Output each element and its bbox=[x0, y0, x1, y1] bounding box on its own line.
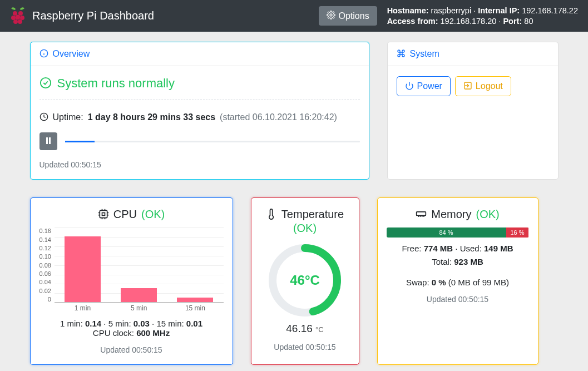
memory-swap: Swap: 0 % (0 MB of 99 MB) bbox=[387, 278, 529, 287]
svg-point-3 bbox=[16, 14, 21, 19]
svg-point-4 bbox=[20, 16, 24, 20]
options-label: Options bbox=[339, 11, 369, 21]
svg-rect-13 bbox=[46, 137, 48, 144]
svg-point-0 bbox=[13, 11, 17, 16]
pause-icon bbox=[46, 137, 51, 146]
svg-rect-18 bbox=[100, 210, 107, 217]
svg-rect-30 bbox=[417, 211, 426, 215]
memory-stats: Free: 774 MB · Used: 149 MB Total: 923 M… bbox=[387, 242, 529, 269]
pause-button[interactable] bbox=[39, 132, 57, 150]
power-button[interactable]: Power bbox=[397, 76, 451, 96]
system-header: System bbox=[388, 42, 558, 66]
thermometer-icon bbox=[266, 208, 277, 221]
network-info: Hostname: raspberrypi · Internal IP: 192… bbox=[387, 6, 578, 27]
memory-usage-bar: 84 % 16 % bbox=[387, 227, 529, 238]
logout-button[interactable]: Logout bbox=[455, 76, 511, 96]
logout-icon bbox=[463, 81, 472, 91]
status-line: System runs normally bbox=[39, 76, 360, 91]
svg-point-7 bbox=[330, 14, 332, 16]
check-icon bbox=[39, 76, 52, 91]
raspberry-logo-icon bbox=[10, 7, 26, 26]
overview-card: Overview System runs normally Uptime: 1 … bbox=[30, 42, 369, 180]
svg-point-1 bbox=[18, 11, 23, 16]
cpu-title: CPU (OK) bbox=[39, 208, 224, 221]
svg-point-5 bbox=[13, 19, 18, 24]
svg-point-6 bbox=[18, 19, 22, 24]
temperature-gauge: 46°C bbox=[266, 241, 344, 319]
overview-header: Overview bbox=[31, 42, 369, 66]
refresh-progress bbox=[65, 141, 360, 142]
svg-point-2 bbox=[11, 16, 16, 20]
navbar: Raspberry Pi Dashboard Options Hostname:… bbox=[0, 0, 588, 32]
memory-title: Memory (OK) bbox=[387, 208, 529, 221]
options-button[interactable]: Options bbox=[319, 6, 377, 25]
command-icon bbox=[397, 49, 406, 59]
memory-updated: Updated 00:50:15 bbox=[387, 295, 529, 304]
cpu-card: CPU (OK) 0.160.140.120.100.080.060.040.0… bbox=[30, 197, 233, 365]
cpu-load-stats: 1 min: 0.14 · 5 min: 0.03 · 15 min: 0.01… bbox=[39, 319, 224, 338]
system-card: System Power Logout bbox=[387, 42, 559, 180]
overview-updated: Updated 00:50:15 bbox=[39, 160, 360, 169]
memory-icon bbox=[416, 208, 427, 221]
svg-point-11 bbox=[40, 78, 50, 88]
temperature-updated: Updated 00:50:15 bbox=[260, 343, 350, 352]
cpu-icon bbox=[98, 208, 109, 221]
cpu-load-chart: 0.160.140.120.100.080.060.040.020 1 min5… bbox=[39, 227, 224, 316]
temperature-card: Temperature (OK) 46°C 46.16 °C bbox=[251, 197, 359, 365]
info-icon bbox=[39, 49, 48, 59]
brand-title: Raspberry Pi Dashboard bbox=[32, 9, 154, 22]
cpu-updated: Updated 00:50:15 bbox=[39, 345, 224, 354]
svg-rect-14 bbox=[49, 137, 51, 144]
uptime-row: Uptime: 1 day 8 hours 29 mins 33 secs (s… bbox=[39, 112, 360, 122]
clock-icon bbox=[39, 112, 48, 122]
temperature-title: Temperature (OK) bbox=[260, 208, 350, 235]
svg-rect-19 bbox=[102, 212, 105, 215]
temperature-value: 46.16 °C bbox=[260, 323, 350, 335]
power-icon bbox=[405, 81, 414, 91]
gear-icon bbox=[327, 11, 335, 21]
memory-card: Memory (OK) 84 % 16 % Free: 774 MB · Use… bbox=[377, 197, 538, 365]
